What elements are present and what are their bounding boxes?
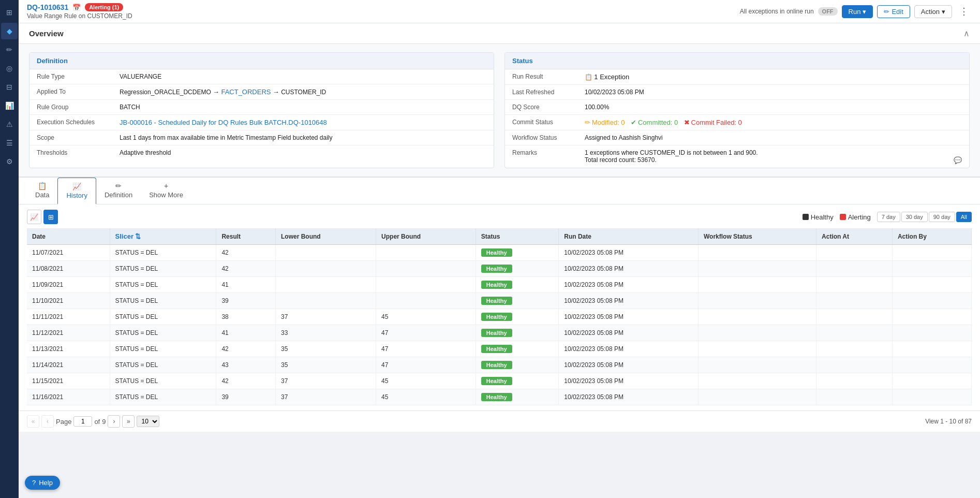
grid-view-button[interactable]: ⊞ — [43, 210, 58, 224]
sidebar-icon-edit[interactable]: ✏ — [1, 41, 18, 58]
table-row: 11/11/2021 STATUS = DEL 38 37 45 Healthy… — [27, 309, 972, 325]
col-run-date[interactable]: Run Date — [559, 228, 699, 245]
remarks-comment-icon[interactable]: 💬 — [954, 156, 962, 164]
cell-action-by — [892, 325, 971, 341]
table-row: Applied To Regression_ORACLE_DCDEMO → FA… — [29, 84, 494, 100]
definition-tab-icon: ✏ — [115, 182, 122, 190]
sidebar-icon-circle[interactable]: ◎ — [1, 60, 18, 77]
data-tab-icon: 📋 — [38, 182, 47, 190]
more-options-button[interactable]: ⋮ — [956, 5, 972, 18]
cell-status: Healthy — [476, 389, 558, 405]
col-result[interactable]: Result — [216, 228, 276, 245]
cell-date: 11/14/2021 — [27, 357, 110, 373]
exec-schedules-value: JB-000016 - Scheduled Daily for DQ Rules… — [112, 115, 494, 130]
table-row: Remarks 1 exceptions where CUSTOMER_ID i… — [505, 145, 969, 168]
status-badge: Healthy — [481, 281, 512, 289]
col-action-at[interactable]: Action At — [816, 228, 893, 245]
per-page-select[interactable]: 10 25 50 — [137, 416, 159, 427]
applied-to-value: Regression_ORACLE_DCDEMO → FACT_ORDERS →… — [112, 84, 494, 100]
cell-lower-bound: 33 — [276, 325, 376, 341]
scope-label: Scope — [29, 130, 112, 145]
table-row: 11/07/2021 STATUS = DEL 42 Healthy 10/02… — [27, 245, 972, 261]
last-page-button[interactable]: » — [122, 415, 135, 428]
tab-show-more[interactable]: + Show More — [141, 178, 191, 204]
col-lower-bound[interactable]: Lower Bound — [276, 228, 376, 245]
exec-schedules-label: Execution Schedules — [29, 115, 112, 130]
col-status[interactable]: Status — [476, 228, 558, 245]
filter-30day[interactable]: 30 day — [901, 212, 928, 222]
edit-button[interactable]: ✏ Edit — [877, 5, 910, 18]
tab-history[interactable]: 📈 History — [57, 178, 96, 204]
cell-workflow-status — [699, 341, 816, 357]
fact-orders-link[interactable]: FACT_ORDERS — [221, 88, 271, 96]
run-button[interactable]: Run ▾ — [842, 5, 873, 18]
col-action-by[interactable]: Action By — [892, 228, 971, 245]
page-info: Page of 9 — [56, 416, 106, 427]
cell-workflow-status — [699, 389, 816, 405]
chart-view-button[interactable]: 📈 — [27, 210, 41, 224]
topbar-right: All exceptions in online run OFF Run ▾ ✏… — [740, 5, 972, 18]
sidebar-icon-alert[interactable]: ⚠ — [1, 116, 18, 133]
tab-data[interactable]: 📋 Data — [27, 178, 57, 204]
rule-id[interactable]: DQ-1010631 — [27, 3, 68, 11]
first-page-button[interactable]: « — [27, 415, 39, 428]
action-button[interactable]: Action ▾ — [914, 5, 952, 18]
toggle-off[interactable]: OFF — [818, 7, 838, 16]
sidebar-icon-layers[interactable]: ⊟ — [1, 79, 18, 95]
cell-action-at — [816, 309, 893, 325]
commit-modified: ✏ Modified: 0 — [585, 119, 625, 126]
table-row: Rule Group BATCH — [29, 100, 494, 115]
col-date[interactable]: Date — [27, 228, 110, 245]
remarks-value: 1 exceptions where CUSTOMER_ID is not be… — [577, 145, 969, 168]
cell-lower-bound — [276, 277, 376, 293]
cell-result: 41 — [216, 325, 276, 341]
pagination-nav: « ‹ Page of 9 › » 10 25 50 — [27, 415, 159, 428]
cell-run-date: 10/02/2023 05:08 PM — [559, 293, 699, 309]
cell-date: 11/07/2021 — [27, 245, 110, 261]
prev-page-button[interactable]: ‹ — [41, 415, 54, 428]
run-result-label: Run Result — [505, 69, 577, 85]
collapse-icon[interactable]: ∧ — [963, 28, 970, 38]
sidebar: ⊞ ◆ ✏ ◎ ⊟ 📊 ⚠ ☰ ⚙ — [0, 0, 19, 498]
status-badge: Healthy — [481, 345, 512, 353]
cell-run-date: 10/02/2023 05:08 PM — [559, 357, 699, 373]
status-panel: Status Run Result 📋 1 Exception Last Ref… — [504, 52, 970, 168]
col-slicer[interactable]: Slicer ⇅ — [110, 228, 216, 245]
history-tab-icon: 📈 — [72, 182, 81, 191]
main-content: DQ-1010631 📅 Alerting (1) Value Range Ru… — [19, 0, 980, 498]
cell-result: 42 — [216, 341, 276, 357]
cell-run-date: 10/02/2023 05:08 PM — [559, 309, 699, 325]
cell-run-date: 10/02/2023 05:08 PM — [559, 325, 699, 341]
cell-workflow-status — [699, 309, 816, 325]
status-badge: Healthy — [481, 377, 512, 385]
sidebar-icon-list[interactable]: ☰ — [1, 135, 18, 151]
tab-definition[interactable]: ✏ Definition — [96, 178, 141, 204]
cell-date: 11/11/2021 — [27, 309, 110, 325]
cell-status: Healthy — [476, 325, 558, 341]
page-input[interactable] — [73, 416, 92, 427]
cell-upper-bound — [376, 245, 476, 261]
total-pages: 9 — [102, 418, 106, 426]
sidebar-icon-settings[interactable]: ⚙ — [1, 153, 18, 170]
filter-all[interactable]: All — [956, 212, 972, 222]
sidebar-icon-diamond[interactable]: ◆ — [1, 23, 18, 39]
help-button[interactable]: ? Help — [25, 476, 60, 490]
table-row: Rule Type VALUERANGE — [29, 69, 494, 84]
sidebar-icon-chart[interactable]: 📊 — [1, 97, 18, 114]
overview-header: Overview ∧ — [19, 23, 980, 44]
sidebar-icon-home[interactable]: ⊞ — [1, 4, 18, 21]
overview-title: Overview — [29, 29, 64, 38]
last-refreshed-label: Last Refreshed — [505, 85, 577, 100]
schedule-link[interactable]: JB-000016 - Scheduled Daily for DQ Rules… — [120, 119, 327, 126]
filter-7day[interactable]: 7 day — [877, 212, 900, 222]
next-page-button[interactable]: › — [108, 415, 120, 428]
cell-workflow-status — [699, 357, 816, 373]
table-row: 11/13/2021 STATUS = DEL 42 35 47 Healthy… — [27, 341, 972, 357]
cell-action-by — [892, 389, 971, 405]
col-upper-bound[interactable]: Upper Bound — [376, 228, 476, 245]
status-badge: Healthy — [481, 313, 512, 321]
cell-slicer: STATUS = DEL — [110, 357, 216, 373]
col-workflow-status[interactable]: Workflow Status — [699, 228, 816, 245]
cell-status: Healthy — [476, 245, 558, 261]
filter-90day[interactable]: 90 day — [929, 212, 955, 222]
